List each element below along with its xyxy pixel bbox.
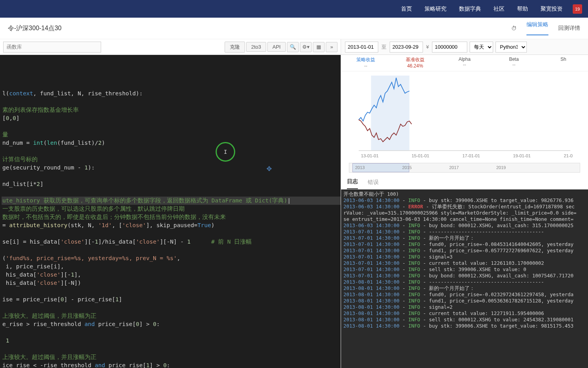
editor-pane: 克隆 2to3 API 🔍 ⚙▾ ▦ » I ✥ l(context, fund… xyxy=(0,39,341,368)
cursor-indicator: I xyxy=(216,142,235,162)
metric-Beta: Beta-- xyxy=(489,55,539,71)
time-range-slider[interactable]: 2013 2015 2017 2019 xyxy=(349,163,580,173)
performance-chart[interactable]: 13-01-0115-01-0117-01-0119-01-0121-0 xyxy=(345,73,584,162)
metric-Alpha: Alpha-- xyxy=(440,55,489,71)
top-nav: 首页 策略研究 数据字典 社区 帮助 聚宽投资 19 xyxy=(0,0,588,18)
slider-tick: 2017 xyxy=(449,165,459,170)
nav-dict[interactable]: 数据字典 xyxy=(459,5,481,13)
tab-backtest-detail[interactable]: 回测详情 xyxy=(558,25,580,32)
nav-community[interactable]: 社区 xyxy=(494,5,505,13)
nav-research[interactable]: 策略研究 xyxy=(425,5,446,13)
svg-text:19-01-01: 19-01-01 xyxy=(513,153,531,158)
gear-icon[interactable]: ⚙▾ xyxy=(300,42,312,52)
editor-toolbar: 克隆 2to3 API 🔍 ⚙▾ ▦ » xyxy=(0,39,341,55)
slider-tick: 2015 xyxy=(402,165,412,170)
tab-log[interactable]: 日志 xyxy=(347,178,358,189)
tab-error[interactable]: 错误 xyxy=(368,179,379,189)
svg-rect-0 xyxy=(371,76,410,151)
nav-help[interactable]: 帮助 xyxy=(517,5,528,13)
svg-text:17-01-01: 17-01-01 xyxy=(462,153,480,158)
end-date-input[interactable] xyxy=(390,42,423,53)
nav-home[interactable]: 首页 xyxy=(401,5,412,13)
frequency-select[interactable]: 每天 xyxy=(470,42,493,53)
strategy-title: 令-沪深300-14点30 xyxy=(8,24,62,33)
params-bar: 至 ¥ 每天 Python3 xyxy=(341,39,588,55)
currency-label: ¥ xyxy=(425,44,430,50)
code-editor[interactable]: I ✥ l(context, fund_list, N, rise_thresh… xyxy=(0,55,341,368)
slider-tick: 2019 xyxy=(496,165,506,170)
avatar[interactable]: 19 xyxy=(573,4,582,14)
metric-Sh: Sh xyxy=(539,55,588,71)
collapse-icon[interactable]: » xyxy=(326,42,338,52)
results-pane: 至 ¥ 每天 Python3 策略收益--基准收益46.24%Alpha--Be… xyxy=(341,39,588,368)
metrics-row: 策略收益--基准收益46.24%Alpha--Beta--Sh xyxy=(341,55,588,71)
function-library-input[interactable] xyxy=(3,42,101,53)
timer-icon[interactable]: ⏱ xyxy=(511,25,517,31)
2to3-button[interactable]: 2to3 xyxy=(246,42,266,52)
nav-invest[interactable]: 聚宽投资 xyxy=(541,5,563,13)
capital-input[interactable] xyxy=(432,42,467,53)
date-separator: 至 xyxy=(381,44,387,51)
api-button[interactable]: API xyxy=(267,42,286,52)
language-select[interactable]: Python3 xyxy=(495,42,527,53)
title-bar: 令-沪深300-14点30 ⏱ 编辑策略 回测详情 xyxy=(0,18,588,39)
metric-基准收益: 基准收益46.24% xyxy=(390,55,440,71)
chart-area: 13-01-0115-01-0117-01-0119-01-0121-0 201… xyxy=(341,71,588,173)
search-icon[interactable]: 🔍 xyxy=(287,42,299,52)
clone-button[interactable]: 克隆 xyxy=(225,42,245,53)
move-icon[interactable]: ✥ xyxy=(267,164,272,172)
tab-edit-strategy[interactable]: 编辑策略 xyxy=(526,21,548,35)
log-tabs: 日志 错误 xyxy=(341,176,588,189)
svg-text:13-01-01: 13-01-01 xyxy=(361,153,379,158)
start-date-input[interactable] xyxy=(345,42,378,53)
log-output[interactable]: 开仓数量不能小于 100)2013-06-03 14:30:00 - INFO … xyxy=(341,189,588,368)
svg-text:21-0: 21-0 xyxy=(564,153,573,158)
svg-text:15-01-01: 15-01-01 xyxy=(412,153,429,158)
slider-tick: 2013 xyxy=(355,165,365,170)
metric-策略收益: 策略收益-- xyxy=(341,55,390,71)
grid-icon[interactable]: ▦ xyxy=(313,42,325,52)
